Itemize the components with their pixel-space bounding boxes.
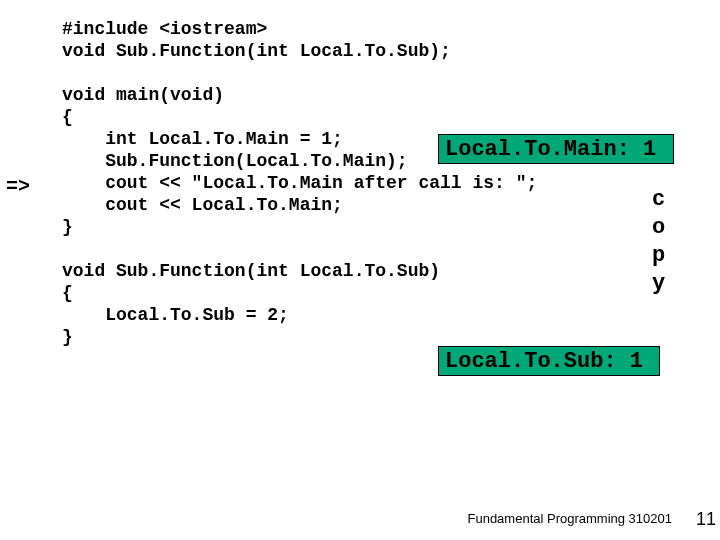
code-block: #include <iostream> void Sub.Function(in… <box>62 18 702 348</box>
copy-annotation: c o p y <box>652 186 665 298</box>
slide: #include <iostream> void Sub.Function(in… <box>0 0 720 540</box>
code-line: #include <iostream> <box>62 19 267 39</box>
code-line: cout << "Local.To.Main after call is: "; <box>62 173 537 193</box>
page-number: 11 <box>696 509 716 530</box>
copy-letter: y <box>652 270 665 298</box>
code-line: Local.To.Sub = 2; <box>62 305 289 325</box>
execution-pointer-arrow: => <box>6 175 30 198</box>
code-line: void Sub.Function(int Local.To.Sub) <box>62 261 440 281</box>
code-line: void Sub.Function(int Local.To.Sub); <box>62 41 451 61</box>
code-line: { <box>62 107 73 127</box>
code-line: Sub.Function(Local.To.Main); <box>62 151 408 171</box>
code-line: cout << Local.To.Main; <box>62 195 343 215</box>
variable-box-main: Local.To.Main: 1 <box>438 134 674 164</box>
copy-letter: c <box>652 186 665 214</box>
code-line: { <box>62 283 73 303</box>
variable-box-sub: Local.To.Sub: 1 <box>438 346 660 376</box>
footer-text: Fundamental Programming 310201 <box>467 511 672 526</box>
code-line: } <box>62 327 73 347</box>
copy-letter: o <box>652 214 665 242</box>
code-line: int Local.To.Main = 1; <box>62 129 343 149</box>
code-line: void main(void) <box>62 85 224 105</box>
code-line: } <box>62 217 73 237</box>
copy-letter: p <box>652 242 665 270</box>
